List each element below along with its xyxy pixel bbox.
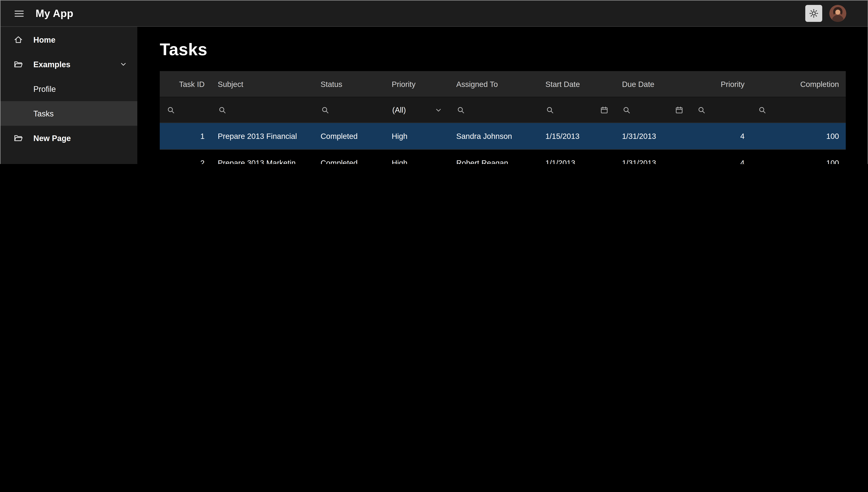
grid-body: 1Prepare 2013 FinancialCompletedHighSand… xyxy=(160,123,846,164)
menu-toggle-button[interactable] xyxy=(11,6,27,21)
chevron-down-icon[interactable] xyxy=(435,106,443,114)
column-header-priority-2[interactable]: Priority xyxy=(690,80,751,89)
sun-icon xyxy=(809,9,818,18)
sidebar-item-tasks[interactable]: Tasks xyxy=(1,101,137,126)
filter-cell-completion[interactable] xyxy=(751,97,846,122)
cell-assigned-to: Sandra Johnson xyxy=(450,132,539,141)
sidebar-item-label: Profile xyxy=(33,84,56,93)
column-header-completion[interactable]: Completion xyxy=(751,80,846,89)
app-title: My App xyxy=(36,7,73,20)
sidebar-nav: HomeExamplesProfileTasksNew Page xyxy=(1,27,137,164)
filter-cell-priority-2[interactable] xyxy=(690,97,751,122)
filter-cell-due-date[interactable] xyxy=(615,97,690,122)
cell-subject: Prepare 2013 Financial xyxy=(211,132,314,141)
home-icon xyxy=(14,35,23,44)
sidebar-item-label: Examples xyxy=(33,60,70,69)
cell-completion: 100 xyxy=(751,132,846,141)
cell-start-date: 1/15/2013 xyxy=(539,132,615,141)
column-header-due-date[interactable]: Due Date xyxy=(615,80,690,89)
sidebar-item-new-page[interactable]: New Page xyxy=(1,126,137,150)
cell-completion: 100 xyxy=(751,158,846,164)
cell-subject: Prepare 3013 Marketin... xyxy=(211,158,314,164)
calendar-icon[interactable] xyxy=(600,106,608,114)
sidebar-item-label: New Page xyxy=(33,134,71,143)
search-icon xyxy=(758,106,767,114)
search-icon xyxy=(321,106,329,114)
cell-priority: High xyxy=(385,132,450,141)
app-shell: HomeExamplesProfileTasksNew Page Tasks T… xyxy=(1,27,867,164)
filter-cell-subject[interactable] xyxy=(211,97,314,122)
column-header-start-date[interactable]: Start Date xyxy=(539,80,615,89)
column-header-subject[interactable]: Subject xyxy=(211,80,314,89)
sidebar-item-label: Tasks xyxy=(33,109,54,118)
filter-cell-task-id[interactable] xyxy=(160,97,211,122)
cell-due-date: 1/31/2013 xyxy=(615,158,690,164)
table-row[interactable]: 1Prepare 2013 FinancialCompletedHighSand… xyxy=(160,123,846,150)
column-header-assigned-to[interactable]: Assigned To xyxy=(450,80,539,89)
page-title: Tasks xyxy=(160,40,846,59)
grid-header-row: Task IDSubjectStatusPriorityAssigned ToS… xyxy=(160,71,846,97)
filter-cell-start-date[interactable] xyxy=(539,97,615,122)
cell-assigned-to: Robert Reagan xyxy=(450,158,539,164)
search-icon xyxy=(218,106,227,114)
column-header-status[interactable]: Status xyxy=(314,80,385,89)
search-icon xyxy=(546,106,554,114)
sidebar-item-examples[interactable]: Examples xyxy=(1,52,137,76)
search-icon xyxy=(167,106,175,114)
folder-icon xyxy=(14,59,23,69)
cell-start-date: 1/1/2013 xyxy=(539,158,615,164)
filter-cell-assigned-to[interactable] xyxy=(450,97,539,122)
search-icon xyxy=(457,106,465,114)
cell-task-id: 1 xyxy=(160,132,211,141)
sidebar-item-profile[interactable]: Profile xyxy=(1,76,137,101)
app-root: My App HomeExamplesProfileTasksNew Page … xyxy=(0,0,868,164)
filter-select-value: (All) xyxy=(392,105,406,114)
cell-status: Completed xyxy=(314,158,385,164)
user-avatar[interactable] xyxy=(829,5,846,22)
menu-icon xyxy=(14,8,25,19)
sidebar-item-label: Home xyxy=(33,35,55,44)
cell-task-id: 2 xyxy=(160,158,211,164)
cell-priority: 4 xyxy=(690,132,751,141)
cell-priority: 4 xyxy=(690,158,751,164)
column-header-task-id[interactable]: Task ID xyxy=(160,80,211,89)
cell-priority: High xyxy=(385,158,450,164)
search-icon xyxy=(623,106,631,114)
table-row[interactable]: 2Prepare 3013 Marketin...CompletedHighRo… xyxy=(160,150,846,164)
filter-cell-status[interactable] xyxy=(314,97,385,122)
sidebar-item-home[interactable]: Home xyxy=(1,27,137,52)
search-icon xyxy=(698,106,706,114)
calendar-icon[interactable] xyxy=(675,106,683,114)
tasks-grid: Task IDSubjectStatusPriorityAssigned ToS… xyxy=(160,71,846,164)
column-header-priority[interactable]: Priority xyxy=(385,80,450,89)
filter-select-priority[interactable]: (All) xyxy=(385,97,450,122)
folder-icon xyxy=(14,133,23,143)
cell-status: Completed xyxy=(314,132,385,141)
theme-toggle-button[interactable] xyxy=(805,5,822,22)
chevron-down-icon xyxy=(119,60,127,68)
main-content: Tasks Task IDSubjectStatusPriorityAssign… xyxy=(137,27,867,164)
cell-due-date: 1/31/2013 xyxy=(615,132,690,141)
grid-filter-row: (All) xyxy=(160,97,846,123)
topbar: My App xyxy=(1,1,867,27)
